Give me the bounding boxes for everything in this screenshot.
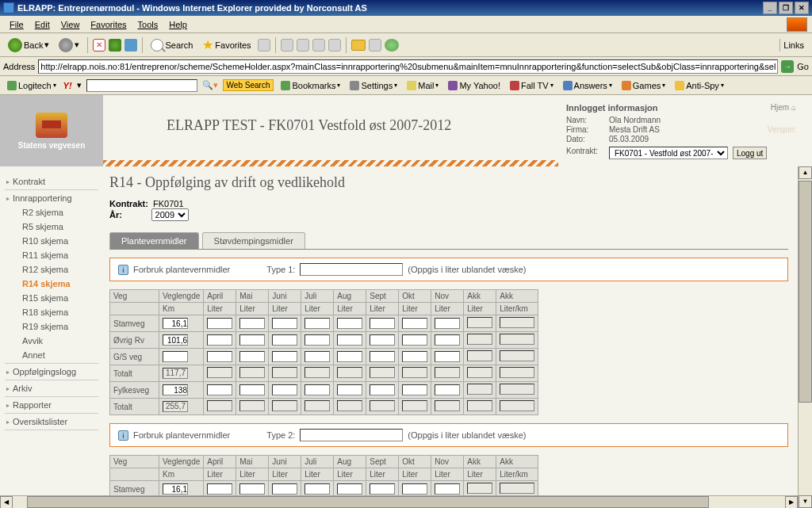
month-input[interactable] [304, 334, 330, 346]
month-input[interactable] [402, 318, 427, 329]
month-input[interactable] [370, 318, 395, 329]
bookmarks-menu[interactable]: Bookmarks [278, 80, 343, 91]
type1-input[interactable] [300, 263, 403, 276]
type2-input[interactable] [300, 429, 403, 441]
scroll-right-button[interactable]: ▶ [785, 496, 798, 508]
scroll-down-button[interactable]: ▼ [799, 495, 812, 508]
km-input[interactable] [163, 334, 188, 346]
minimize-button[interactable]: _ [763, 2, 777, 14]
favorites-button[interactable]: ★Favorites [199, 36, 254, 54]
month-input[interactable] [370, 483, 395, 495]
web-search-button[interactable]: Web Search [223, 79, 274, 91]
menu-edit[interactable]: Edit [30, 18, 55, 31]
month-input[interactable] [272, 351, 297, 362]
nav-rapporter[interactable]: Rapporter [0, 398, 103, 412]
month-input[interactable] [370, 334, 395, 346]
menu-file[interactable]: File [5, 18, 29, 31]
nav-sub-item[interactable]: R14 skjema [0, 277, 103, 291]
month-input[interactable] [337, 334, 362, 346]
nav-sub-item[interactable]: R18 skjema [0, 305, 103, 319]
print-button[interactable] [297, 39, 309, 52]
month-input[interactable] [435, 334, 460, 346]
month-input[interactable] [207, 318, 232, 329]
scroll-thumb[interactable] [799, 181, 812, 403]
month-input[interactable] [435, 384, 460, 395]
answers-menu[interactable]: Answers [561, 80, 615, 91]
info-icon[interactable]: i [118, 265, 128, 275]
month-input[interactable] [337, 384, 362, 395]
month-input[interactable] [402, 334, 427, 346]
month-input[interactable] [239, 483, 265, 495]
games-menu[interactable]: Games [619, 80, 668, 91]
home-link[interactable]: Hjem ⌂ [771, 103, 796, 112]
month-input[interactable] [435, 318, 460, 329]
month-input[interactable] [239, 318, 265, 329]
nav-sub-item[interactable]: R10 skjema [0, 234, 103, 248]
month-input[interactable] [337, 483, 362, 495]
menu-help[interactable]: Help [164, 18, 192, 31]
scroll-up-button[interactable]: ▲ [799, 166, 812, 179]
refresh-button[interactable] [109, 39, 121, 52]
messenger-button[interactable] [385, 39, 399, 52]
nav-oppfolgingslogg[interactable]: Oppfølgingslogg [0, 365, 103, 379]
month-input[interactable] [402, 384, 427, 395]
month-input[interactable] [207, 351, 232, 362]
falltv-menu[interactable]: Fall TV [508, 80, 556, 91]
stop-button[interactable] [93, 39, 105, 52]
go-button[interactable]: → [781, 60, 794, 73]
vertical-scrollbar[interactable]: ▲ ▼ [798, 166, 812, 508]
home-button[interactable] [124, 39, 137, 52]
horizontal-scrollbar[interactable]: ◀ ▶ [0, 495, 798, 508]
nav-oversiktslister[interactable]: Oversiktslister [0, 414, 103, 429]
discuss-button[interactable] [328, 39, 341, 52]
menu-favorites[interactable]: Favorites [86, 18, 131, 31]
month-input[interactable] [207, 334, 232, 346]
month-input[interactable] [370, 351, 395, 362]
month-input[interactable] [337, 351, 362, 362]
month-input[interactable] [435, 351, 460, 362]
links-label[interactable]: Links [779, 39, 807, 52]
close-button[interactable]: ✕ [795, 2, 809, 14]
month-input[interactable] [239, 384, 265, 395]
myyahoo-button[interactable]: My Yahoo! [446, 80, 503, 91]
nav-sub-item[interactable]: R5 skjema [0, 220, 103, 234]
nav-innrapportering[interactable]: Innrapportering [0, 191, 103, 205]
month-input[interactable] [402, 483, 427, 495]
km-input[interactable] [163, 318, 188, 329]
month-input[interactable] [272, 334, 297, 346]
research-button[interactable] [369, 39, 381, 52]
history-button[interactable] [258, 39, 270, 52]
month-input[interactable] [272, 384, 297, 395]
nav-sub-item[interactable]: R11 skjema [0, 248, 103, 262]
scroll-left-button[interactable]: ◀ [0, 496, 13, 508]
month-input[interactable] [304, 483, 330, 495]
nav-sub-item[interactable]: R2 skjema [0, 205, 103, 220]
back-button[interactable]: Back ▾ [5, 36, 52, 54]
settings-menu[interactable]: Settings [347, 80, 400, 91]
nav-sub-item[interactable]: R15 skjema [0, 291, 103, 305]
month-input[interactable] [207, 384, 232, 395]
info-icon[interactable]: i [118, 430, 128, 441]
antispy-menu[interactable]: Anti-Spy [672, 80, 726, 91]
forward-button[interactable]: ▾ [56, 36, 82, 54]
kontrakt-select[interactable]: FK0701 - Vestfold øst 2007-2012 [609, 147, 728, 159]
month-input[interactable] [207, 483, 232, 495]
yahoo-search-input[interactable] [86, 79, 197, 92]
year-select[interactable]: 2009 [151, 208, 189, 221]
mail-menu[interactable]: Mail [404, 80, 441, 91]
menu-tools[interactable]: Tools [133, 18, 163, 31]
month-input[interactable] [337, 318, 362, 329]
tab-plantevernmidler[interactable]: Plantevernmidler [109, 232, 199, 249]
search-button[interactable]: Search [147, 37, 196, 53]
month-input[interactable] [239, 351, 265, 362]
month-input[interactable] [370, 384, 395, 395]
month-input[interactable] [239, 334, 265, 346]
month-input[interactable] [304, 384, 330, 395]
menu-view[interactable]: View [56, 18, 85, 31]
logitech-menu[interactable]: Logitech [5, 80, 59, 91]
logout-button[interactable]: Logg ut [733, 147, 767, 159]
nav-kontrakt[interactable]: Kontrakt [0, 174, 103, 189]
restore-button[interactable]: ❐ [779, 2, 793, 14]
km-input[interactable] [163, 483, 188, 495]
nav-sub-item[interactable]: R19 skjema [0, 319, 103, 334]
